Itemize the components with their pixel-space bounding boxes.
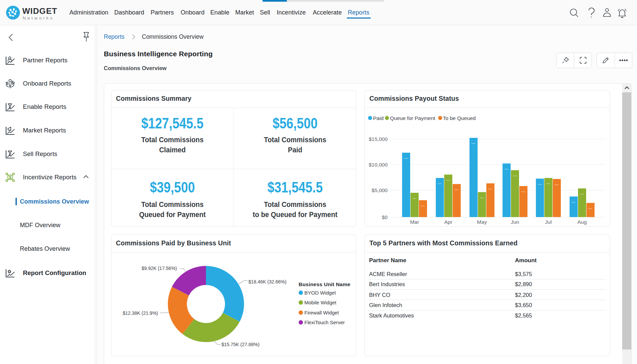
svg-text:$: $ [9, 175, 11, 180]
